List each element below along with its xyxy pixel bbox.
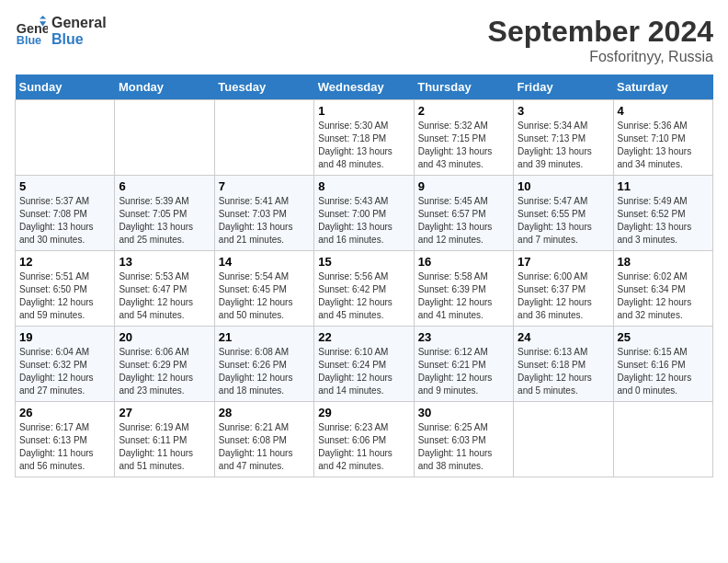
day-info: Sunrise: 6:13 AM Sunset: 6:18 PM Dayligh… — [518, 346, 609, 397]
day-info: Sunrise: 6:15 AM Sunset: 6:16 PM Dayligh… — [618, 346, 709, 397]
day-info: Sunrise: 5:47 AM Sunset: 6:55 PM Dayligh… — [518, 195, 609, 247]
calendar-table: SundayMondayTuesdayWednesdayThursdayFrid… — [15, 75, 713, 477]
svg-marker-2 — [40, 16, 46, 19]
logo-icon: General Blue — [15, 15, 48, 48]
weekday-sunday: Sunday — [16, 75, 115, 100]
calendar-cell: 10Sunrise: 5:47 AM Sunset: 6:55 PM Dayli… — [514, 176, 613, 251]
calendar-cell: 24Sunrise: 6:13 AM Sunset: 6:18 PM Dayli… — [514, 327, 613, 402]
day-info: Sunrise: 6:04 AM Sunset: 6:32 PM Dayligh… — [19, 346, 110, 397]
day-info: Sunrise: 6:17 AM Sunset: 6:13 PM Dayligh… — [19, 421, 110, 473]
day-number: 15 — [318, 255, 409, 269]
calendar-week-row: 5Sunrise: 5:37 AM Sunset: 7:08 PM Daylig… — [16, 176, 713, 251]
calendar-cell: 19Sunrise: 6:04 AM Sunset: 6:32 PM Dayli… — [16, 327, 115, 402]
calendar-cell: 15Sunrise: 5:56 AM Sunset: 6:42 PM Dayli… — [314, 251, 414, 327]
calendar-cell — [115, 100, 214, 176]
day-number: 17 — [518, 255, 609, 269]
calendar-cell — [613, 402, 712, 477]
logo-general: General — [51, 15, 107, 31]
day-number: 20 — [119, 330, 210, 344]
calendar-cell: 5Sunrise: 5:37 AM Sunset: 7:08 PM Daylig… — [16, 176, 115, 251]
day-number: 23 — [418, 330, 509, 344]
day-info: Sunrise: 5:54 AM Sunset: 6:45 PM Dayligh… — [219, 270, 310, 322]
calendar-cell: 1Sunrise: 5:30 AM Sunset: 7:18 PM Daylig… — [314, 100, 414, 176]
day-info: Sunrise: 6:10 AM Sunset: 6:24 PM Dayligh… — [318, 346, 409, 397]
day-number: 21 — [219, 330, 310, 344]
day-info: Sunrise: 5:43 AM Sunset: 7:00 PM Dayligh… — [318, 195, 409, 247]
month-title: September 2024 — [488, 15, 713, 49]
day-number: 27 — [119, 406, 210, 419]
weekday-monday: Monday — [115, 75, 214, 100]
day-number: 14 — [219, 255, 310, 269]
calendar-cell: 6Sunrise: 5:39 AM Sunset: 7:05 PM Daylig… — [115, 176, 214, 251]
logo-blue: Blue — [51, 31, 107, 48]
day-info: Sunrise: 6:08 AM Sunset: 6:26 PM Dayligh… — [219, 346, 310, 397]
calendar-cell: 12Sunrise: 5:51 AM Sunset: 6:50 PM Dayli… — [16, 251, 115, 327]
calendar-cell: 2Sunrise: 5:32 AM Sunset: 7:15 PM Daylig… — [414, 100, 513, 176]
day-info: Sunrise: 5:56 AM Sunset: 6:42 PM Dayligh… — [318, 270, 409, 322]
day-info: Sunrise: 5:39 AM Sunset: 7:05 PM Dayligh… — [119, 195, 210, 247]
calendar-cell: 14Sunrise: 5:54 AM Sunset: 6:45 PM Dayli… — [214, 251, 313, 327]
weekday-saturday: Saturday — [613, 75, 712, 100]
logo: General Blue General Blue — [15, 15, 107, 48]
day-info: Sunrise: 5:34 AM Sunset: 7:13 PM Dayligh… — [518, 120, 609, 171]
day-number: 4 — [618, 104, 709, 118]
calendar-cell: 27Sunrise: 6:19 AM Sunset: 6:11 PM Dayli… — [115, 402, 214, 477]
day-number: 9 — [418, 179, 509, 193]
day-info: Sunrise: 6:19 AM Sunset: 6:11 PM Dayligh… — [119, 421, 210, 473]
day-number: 22 — [318, 330, 409, 344]
calendar-week-row: 1Sunrise: 5:30 AM Sunset: 7:18 PM Daylig… — [16, 100, 713, 176]
day-number: 18 — [618, 255, 709, 269]
day-info: Sunrise: 5:30 AM Sunset: 7:18 PM Dayligh… — [318, 120, 409, 171]
day-info: Sunrise: 5:41 AM Sunset: 7:03 PM Dayligh… — [219, 195, 310, 247]
calendar-cell: 28Sunrise: 6:21 AM Sunset: 6:08 PM Dayli… — [214, 402, 313, 477]
day-number: 1 — [318, 104, 409, 118]
weekday-friday: Friday — [514, 75, 613, 100]
calendar-header: SundayMondayTuesdayWednesdayThursdayFrid… — [16, 75, 713, 100]
day-info: Sunrise: 5:53 AM Sunset: 6:47 PM Dayligh… — [119, 270, 210, 322]
day-info: Sunrise: 6:00 AM Sunset: 6:37 PM Dayligh… — [518, 270, 609, 322]
calendar-cell: 18Sunrise: 6:02 AM Sunset: 6:34 PM Dayli… — [613, 251, 712, 327]
day-info: Sunrise: 5:45 AM Sunset: 6:57 PM Dayligh… — [418, 195, 509, 247]
day-number: 6 — [119, 179, 210, 193]
day-info: Sunrise: 6:23 AM Sunset: 6:06 PM Dayligh… — [318, 421, 409, 473]
day-number: 24 — [518, 330, 609, 344]
calendar-cell: 21Sunrise: 6:08 AM Sunset: 6:26 PM Dayli… — [214, 327, 313, 402]
title-area: September 2024 Fosforitnyy, Russia — [488, 15, 713, 65]
day-number: 19 — [19, 330, 110, 344]
calendar-week-row: 26Sunrise: 6:17 AM Sunset: 6:13 PM Dayli… — [16, 402, 713, 477]
day-info: Sunrise: 5:36 AM Sunset: 7:10 PM Dayligh… — [618, 120, 709, 171]
day-number: 30 — [418, 406, 509, 419]
day-info: Sunrise: 5:58 AM Sunset: 6:39 PM Dayligh… — [418, 270, 509, 322]
day-info: Sunrise: 5:32 AM Sunset: 7:15 PM Dayligh… — [418, 120, 509, 171]
day-number: 8 — [318, 179, 409, 193]
day-number: 25 — [618, 330, 709, 344]
calendar-cell — [514, 402, 613, 477]
day-number: 29 — [318, 406, 409, 419]
day-number: 7 — [219, 179, 310, 193]
day-number: 12 — [19, 255, 110, 269]
calendar-cell: 25Sunrise: 6:15 AM Sunset: 6:16 PM Dayli… — [613, 327, 712, 402]
day-info: Sunrise: 5:37 AM Sunset: 7:08 PM Dayligh… — [19, 195, 110, 247]
calendar-cell: 26Sunrise: 6:17 AM Sunset: 6:13 PM Dayli… — [16, 402, 115, 477]
day-info: Sunrise: 6:12 AM Sunset: 6:21 PM Dayligh… — [418, 346, 509, 397]
calendar-cell: 17Sunrise: 6:00 AM Sunset: 6:37 PM Dayli… — [514, 251, 613, 327]
day-number: 26 — [19, 406, 110, 419]
weekday-thursday: Thursday — [414, 75, 513, 100]
svg-text:Blue: Blue — [17, 34, 41, 47]
calendar-cell: 11Sunrise: 5:49 AM Sunset: 6:52 PM Dayli… — [613, 176, 712, 251]
calendar-cell: 7Sunrise: 5:41 AM Sunset: 7:03 PM Daylig… — [214, 176, 313, 251]
weekday-header-row: SundayMondayTuesdayWednesdayThursdayFrid… — [16, 75, 713, 100]
calendar-cell: 30Sunrise: 6:25 AM Sunset: 6:03 PM Dayli… — [414, 402, 513, 477]
calendar-cell: 23Sunrise: 6:12 AM Sunset: 6:21 PM Dayli… — [414, 327, 513, 402]
calendar-body: 1Sunrise: 5:30 AM Sunset: 7:18 PM Daylig… — [16, 100, 713, 477]
calendar-cell: 3Sunrise: 5:34 AM Sunset: 7:13 PM Daylig… — [514, 100, 613, 176]
day-number: 2 — [418, 104, 509, 118]
calendar-cell: 4Sunrise: 5:36 AM Sunset: 7:10 PM Daylig… — [613, 100, 712, 176]
day-number: 16 — [418, 255, 509, 269]
calendar-cell: 22Sunrise: 6:10 AM Sunset: 6:24 PM Dayli… — [314, 327, 414, 402]
day-number: 10 — [518, 179, 609, 193]
day-info: Sunrise: 5:51 AM Sunset: 6:50 PM Dayligh… — [19, 270, 110, 322]
calendar-cell — [214, 100, 313, 176]
calendar-cell: 8Sunrise: 5:43 AM Sunset: 7:00 PM Daylig… — [314, 176, 414, 251]
day-info: Sunrise: 6:06 AM Sunset: 6:29 PM Dayligh… — [119, 346, 210, 397]
